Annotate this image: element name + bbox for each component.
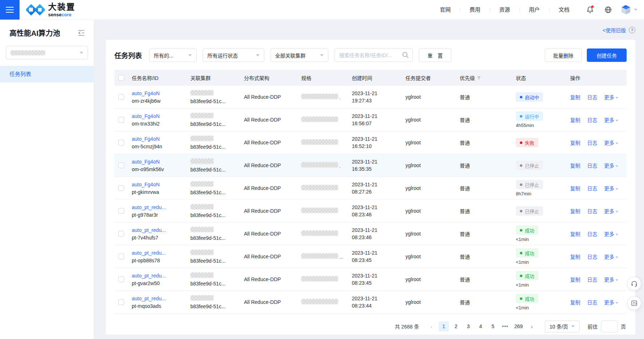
task-name-link[interactable]: auto_Fg4oN <box>132 90 160 96</box>
copy-action-link[interactable]: 复制 <box>570 163 580 169</box>
row-checkbox[interactable] <box>118 162 124 168</box>
search-input[interactable] <box>334 48 413 62</box>
reset-button[interactable]: 重 置 <box>419 48 451 62</box>
copy-action-link[interactable]: 复制 <box>570 300 580 305</box>
nav-item-users[interactable]: 用户 <box>519 0 549 20</box>
log-action-link[interactable]: 日志 <box>587 117 597 123</box>
task-name-link[interactable]: auto_Fg4oN <box>132 113 160 119</box>
task-name-link[interactable]: auto_pt_redu... <box>132 227 166 233</box>
more-action-link[interactable]: 更多 <box>604 186 618 191</box>
header-status: 状态 <box>516 74 570 81</box>
copy-action-link[interactable]: 复制 <box>570 254 580 260</box>
task-name-link[interactable]: auto_pt_redu... <box>132 204 166 210</box>
nav-item-billing[interactable]: 费用 <box>460 0 490 20</box>
row-checkbox[interactable] <box>118 140 124 145</box>
cluster-id: b83fee9d-51c... <box>190 281 240 287</box>
row-checkbox[interactable] <box>118 276 124 282</box>
row-checkbox[interactable] <box>118 208 124 214</box>
log-action-link[interactable]: 日志 <box>587 300 597 305</box>
avatar-chevron-down-icon <box>634 9 637 11</box>
create-task-button[interactable]: 创建任务 <box>587 48 627 62</box>
distributed-architecture: All Reduce-DDP <box>244 208 301 214</box>
page-number-4[interactable]: 4 <box>476 321 486 331</box>
hamburger-menu-icon[interactable] <box>0 0 20 20</box>
task-type-filter[interactable]: 所有的... <box>149 48 197 62</box>
top-nav: 官网 费用 资源 用户 文档 <box>430 0 579 20</box>
priority-filter-icon[interactable] <box>477 76 481 80</box>
page-size-select[interactable]: 10 条/页 <box>545 321 580 332</box>
select-all-checkbox[interactable] <box>118 75 124 81</box>
row-checkbox[interactable] <box>118 231 124 237</box>
page-number-5[interactable]: 5 <box>488 321 498 331</box>
status-dot-icon <box>520 96 522 98</box>
task-priority: 普通 <box>460 230 516 237</box>
more-action-link[interactable]: 更多 <box>604 163 618 169</box>
customer-service-headset-icon[interactable] <box>627 277 641 291</box>
nav-item-resources[interactable]: 资源 <box>490 0 519 20</box>
more-action-link[interactable]: 更多 <box>604 140 618 146</box>
use-legacy-version-link[interactable]: <使用旧版 <box>603 26 626 34</box>
header-submitter: 任务提交者 <box>405 74 460 81</box>
task-name-link[interactable]: auto_pt_redu... <box>132 250 166 256</box>
created-time: 2023-11-21 16:56:07 <box>352 113 405 127</box>
task-name-link[interactable]: auto_pt_redu... <box>132 296 166 301</box>
row-checkbox[interactable] <box>118 254 124 259</box>
task-id: om-tnx33hi2 <box>132 121 187 127</box>
feedback-survey-icon[interactable] <box>627 296 641 310</box>
more-pages-ellipsis[interactable]: ••• <box>500 323 510 329</box>
row-checkbox[interactable] <box>118 299 124 305</box>
more-action-link[interactable]: 更多 <box>604 208 618 214</box>
copy-action-link[interactable]: 复制 <box>570 208 580 214</box>
row-checkbox[interactable] <box>118 185 124 191</box>
notification-bell-icon[interactable] <box>582 2 598 17</box>
log-action-link[interactable]: 日志 <box>587 94 597 100</box>
log-action-link[interactable]: 日志 <box>587 186 597 191</box>
sidebar-collapse-icon[interactable] <box>77 30 85 36</box>
page-number-2[interactable]: 2 <box>451 321 461 331</box>
more-action-link[interactable]: 更多 <box>604 117 618 123</box>
sidebar-item-task-list[interactable]: 任务列表 <box>0 66 94 82</box>
page-number-1[interactable]: 1 <box>439 321 449 331</box>
language-globe-icon[interactable] <box>601 2 616 17</box>
row-checkbox[interactable] <box>118 117 124 123</box>
goto-page-input[interactable] <box>601 321 618 332</box>
task-name-link[interactable]: auto_pt_redu... <box>132 273 166 279</box>
status-dot-icon <box>520 229 522 232</box>
more-action-link[interactable]: 更多 <box>604 300 618 305</box>
copy-action-link[interactable]: 复制 <box>570 140 580 146</box>
log-action-link[interactable]: 日志 <box>587 277 597 283</box>
run-status-filter[interactable]: 所有运行状态 <box>203 48 264 62</box>
copy-action-link[interactable]: 复制 <box>570 231 580 237</box>
page-number-3[interactable]: 3 <box>463 321 473 331</box>
task-name-link[interactable]: auto_Fg4oN <box>132 159 160 165</box>
more-action-link[interactable]: 更多 <box>604 231 618 237</box>
copy-action-link[interactable]: 复制 <box>570 117 580 123</box>
cluster-filter[interactable]: 全部关联集群 <box>270 48 328 62</box>
log-action-link[interactable]: 日志 <box>587 140 597 146</box>
batch-delete-button[interactable]: 批量删除 <box>545 48 582 62</box>
task-name-link[interactable]: auto_Fg4oN <box>132 136 160 142</box>
copy-action-link[interactable]: 复制 <box>570 277 580 283</box>
cluster-id: b83fee9d-51c... <box>190 235 240 241</box>
nav-item-docs[interactable]: 文档 <box>549 0 579 20</box>
page-number-last[interactable]: 269 <box>513 321 525 331</box>
task-id: pt-gvar2w50 <box>132 280 187 286</box>
task-name-link[interactable]: auto_Fg4oN <box>132 182 160 187</box>
more-action-link[interactable]: 更多 <box>604 254 618 260</box>
next-page-button[interactable]: › <box>527 321 537 331</box>
nav-item-official-site[interactable]: 官网 <box>430 0 460 20</box>
more-action-link[interactable]: 更多 <box>604 277 618 283</box>
search-icon[interactable] <box>402 51 409 60</box>
user-avatar[interactable] <box>620 4 637 16</box>
log-action-link[interactable]: 日志 <box>587 231 597 237</box>
log-action-link[interactable]: 日志 <box>587 254 597 260</box>
prev-page-button[interactable]: ‹ <box>426 321 437 331</box>
workspace-select[interactable] <box>6 46 88 59</box>
log-action-link[interactable]: 日志 <box>587 208 597 214</box>
help-icon[interactable]: ? <box>629 27 635 33</box>
row-checkbox[interactable] <box>118 94 124 100</box>
log-action-link[interactable]: 日志 <box>587 163 597 169</box>
copy-action-link[interactable]: 复制 <box>570 186 580 191</box>
copy-action-link[interactable]: 复制 <box>570 94 580 100</box>
more-action-link[interactable]: 更多 <box>604 94 618 100</box>
